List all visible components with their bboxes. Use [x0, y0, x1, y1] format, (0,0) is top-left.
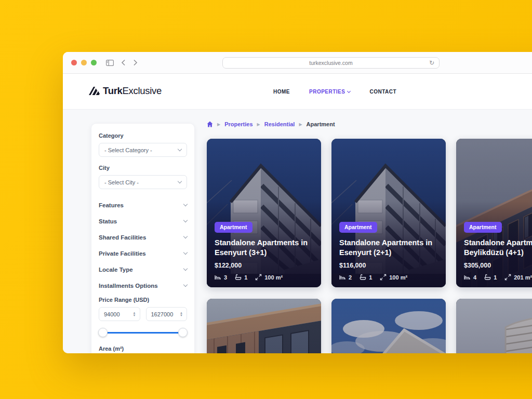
- category-select-value: - Select Category -: [104, 147, 152, 153]
- chevron-down-icon: [183, 234, 188, 238]
- browser-window: turkexclusive.com ↻ TurkExclusive HOME P…: [63, 52, 532, 353]
- stepper-icon[interactable]: ▲▼: [180, 312, 183, 317]
- window-controls: [71, 60, 97, 65]
- section-shared-facilities[interactable]: Shared Facilities: [99, 229, 187, 245]
- section-status[interactable]: Status: [99, 213, 187, 229]
- area-expand-icon: [504, 274, 511, 281]
- city-select-value: - Select City -: [104, 179, 139, 185]
- beds-value: 4: [473, 274, 476, 281]
- slider-track[interactable]: [103, 332, 182, 334]
- baths-value: 1: [369, 274, 372, 281]
- beds-value: 3: [224, 274, 227, 281]
- chevron-down-icon: [178, 147, 182, 151]
- zoom-window-button[interactable]: [91, 60, 97, 65]
- category-badge: Apartment: [464, 222, 502, 233]
- bath-icon: [360, 274, 366, 281]
- category-select[interactable]: - Select Category -: [99, 143, 187, 157]
- chevron-down-icon: [183, 283, 188, 287]
- bed-icon: [339, 274, 346, 281]
- section-features[interactable]: Features: [99, 197, 187, 213]
- price-max-input[interactable]: 1627000 ▲▼: [146, 307, 188, 321]
- breadcrumb-separator-icon: ▶: [257, 122, 260, 127]
- browser-chrome: turkexclusive.com ↻: [63, 52, 532, 74]
- area-label: Area (m²): [99, 345, 187, 352]
- sidebar-toggle-icon[interactable]: [106, 60, 114, 66]
- property-price: $122,000: [215, 262, 313, 269]
- nav-properties[interactable]: PROPERTIES: [309, 89, 350, 95]
- breadcrumb-separator-icon: ▶: [299, 122, 302, 127]
- property-title: Standalone Apartments in Esenyurt (3+1): [215, 238, 318, 258]
- brand-name-bold: Turk: [103, 85, 123, 96]
- chevron-down-icon: [183, 202, 188, 206]
- close-window-button[interactable]: [71, 60, 77, 65]
- property-grid: Apartment Standalone Apartments in Eseny…: [207, 139, 532, 353]
- chevron-down-icon: [183, 267, 188, 271]
- category-badge: Apartment: [215, 222, 252, 233]
- baths-value: 1: [244, 274, 247, 281]
- category-label: Category: [99, 132, 187, 139]
- address-bar[interactable]: turkexclusive.com ↻: [222, 57, 440, 69]
- brand-name-light: Exclusive: [123, 85, 162, 96]
- area-value: 201 m²: [514, 274, 532, 281]
- chevron-down-icon: [183, 218, 188, 222]
- back-button-icon[interactable]: [121, 59, 126, 66]
- city-select[interactable]: - Select City -: [99, 175, 187, 189]
- property-card[interactable]: [331, 299, 446, 353]
- chevron-down-icon: [347, 89, 351, 92]
- chevron-down-icon: [178, 179, 182, 183]
- breadcrumb-apartment: Apartment: [307, 121, 335, 127]
- nav-contact[interactable]: CONTACT: [369, 89, 396, 95]
- property-card[interactable]: [207, 299, 321, 353]
- brand-logo[interactable]: TurkExclusive: [89, 85, 162, 97]
- area-expand-icon: [255, 274, 262, 281]
- bath-icon: [484, 274, 491, 281]
- breadcrumb-separator-icon: ▶: [217, 122, 220, 127]
- section-private-facilities[interactable]: Private Facilities: [99, 245, 187, 261]
- reload-icon[interactable]: ↻: [429, 59, 434, 66]
- nav-home[interactable]: HOME: [273, 89, 290, 95]
- stepper-icon[interactable]: ▲▼: [133, 312, 136, 317]
- minimize-window-button[interactable]: [81, 60, 87, 65]
- property-price: $305,000: [464, 262, 532, 269]
- url-text: turkexclusive.com: [309, 60, 352, 66]
- price-min-input[interactable]: 94000 ▲▼: [99, 307, 140, 321]
- property-title: Standalone Apartments in Beylikdüzü (4+1…: [464, 238, 532, 258]
- price-range-label: Price Range (USD): [99, 297, 187, 303]
- price-range-slider[interactable]: [99, 328, 187, 337]
- section-installments-options[interactable]: Installments Options: [99, 277, 187, 294]
- section-locale-type[interactable]: Locale Type: [99, 261, 187, 277]
- slider-handle-max[interactable]: [178, 328, 188, 337]
- property-price: $116,000: [339, 262, 438, 269]
- slider-handle-min[interactable]: [98, 328, 108, 337]
- category-badge: Apartment: [339, 222, 377, 233]
- property-title: Standalone Apartments in Esenyurt (2+1): [339, 238, 443, 258]
- bath-icon: [235, 274, 242, 281]
- home-icon[interactable]: [207, 121, 213, 127]
- property-card[interactable]: Apartment Standalone Apartments in Beyli…: [456, 139, 532, 287]
- breadcrumb-residential[interactable]: Residential: [264, 121, 295, 127]
- baths-value: 1: [494, 274, 497, 281]
- property-card[interactable]: [456, 299, 532, 353]
- property-card[interactable]: Apartment Standalone Apartments in Eseny…: [207, 139, 321, 287]
- page-content: Category - Select Category - City - Sele…: [63, 110, 532, 353]
- filters-panel: Category - Select Category - City - Sele…: [91, 123, 195, 353]
- breadcrumb-properties[interactable]: Properties: [224, 121, 252, 127]
- chevron-down-icon: [183, 250, 188, 255]
- area-expand-icon: [380, 274, 387, 281]
- forward-button-icon[interactable]: [133, 59, 138, 66]
- bed-icon: [215, 274, 221, 281]
- area-value: 100 m²: [264, 274, 283, 281]
- brand-logo-icon: [89, 86, 101, 96]
- bed-icon: [464, 274, 471, 281]
- beds-value: 2: [349, 274, 352, 281]
- city-label: City: [99, 165, 187, 171]
- breadcrumb: ▶ Properties ▶ Residential ▶ Apartment: [207, 121, 335, 127]
- property-card[interactable]: Apartment Standalone Apartments in Eseny…: [331, 139, 446, 287]
- main-nav: HOME PROPERTIES CONTACT: [273, 74, 396, 110]
- area-value: 100 m²: [389, 274, 407, 281]
- site-header: TurkExclusive HOME PROPERTIES CONTACT: [63, 74, 532, 110]
